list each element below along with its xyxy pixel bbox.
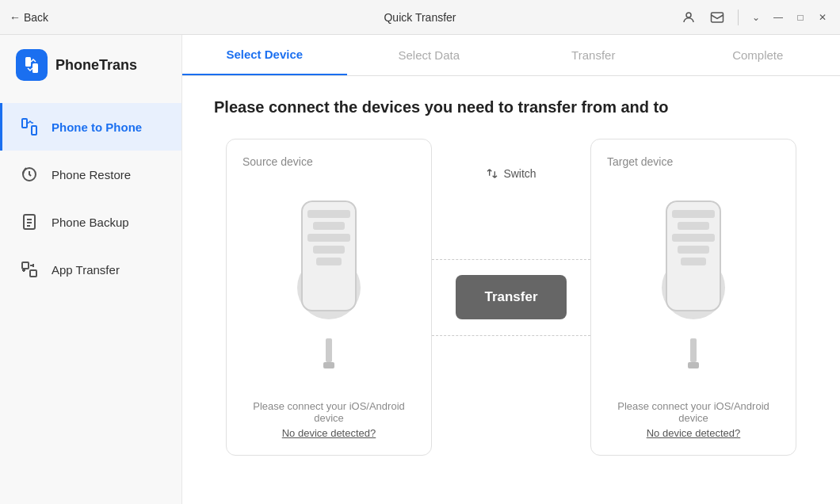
target-screen-line-3 — [672, 234, 715, 242]
target-screen-line-1 — [672, 210, 715, 218]
phone-to-phone-icon — [18, 116, 40, 138]
source-screen-line-1 — [307, 210, 350, 218]
window-title: Quick Transfer — [384, 11, 456, 24]
phone-backup-icon — [18, 211, 40, 233]
middle-section: Switch Transfer — [432, 139, 590, 456]
target-screen-line-5 — [681, 258, 706, 265]
content-body: Please connect the devices you need to t… — [182, 76, 840, 504]
svg-rect-2 — [25, 57, 31, 67]
app-name: PhoneTrans — [55, 57, 137, 74]
page-title: Please connect the devices you need to t… — [214, 98, 808, 116]
steps-bar: Select Device Select Data Transfer Compl… — [182, 35, 840, 76]
svg-point-0 — [686, 13, 691, 17]
content-area: Select Device Select Data Transfer Compl… — [182, 35, 840, 504]
message-icon[interactable] — [706, 6, 728, 29]
main-layout: PhoneTrans Phone to Phone — [0, 35, 840, 504]
source-connect-text: Please connect your iOS/Android device — [242, 400, 415, 424]
dashed-bottom-line — [432, 335, 590, 336]
source-device-card: Source device — [226, 139, 432, 456]
step-select-data-label: Select Data — [398, 48, 460, 62]
target-no-detect-link[interactable]: No device detected? — [647, 427, 741, 439]
source-no-detect-link[interactable]: No device detected? — [282, 427, 376, 439]
target-device-label: Target device — [607, 155, 673, 168]
step-complete-label: Complete — [732, 48, 783, 62]
target-screen-line-4 — [678, 246, 710, 254]
back-label: Back — [24, 11, 48, 24]
sidebar: PhoneTrans Phone to Phone — [0, 35, 182, 504]
back-button[interactable]: ← Back — [10, 11, 48, 24]
svg-rect-3 — [32, 63, 38, 73]
device-transfer-area: Source device — [214, 139, 808, 456]
phone-restore-icon — [18, 163, 40, 185]
transfer-button[interactable]: Transfer — [456, 275, 566, 319]
switch-label: Switch — [503, 167, 536, 180]
logo-section: PhoneTrans — [0, 35, 181, 95]
target-screen-line-2 — [678, 222, 710, 230]
source-device-illustration — [242, 178, 415, 391]
target-usb-head — [688, 362, 699, 368]
minimize-button[interactable]: — — [770, 10, 786, 25]
dropdown-button[interactable]: ⌄ — [748, 10, 764, 25]
title-bar-divider — [738, 10, 739, 25]
target-usb-connector — [690, 338, 697, 362]
sidebar-item-phone-backup[interactable]: Phone Backup — [0, 198, 181, 246]
sidebar-item-phone-restore[interactable]: Phone Restore — [0, 151, 181, 198]
source-usb-head — [323, 362, 334, 368]
source-phone-body — [301, 200, 357, 311]
svg-rect-8 — [22, 262, 29, 269]
sidebar-item-app-transfer[interactable]: App Transfer — [0, 246, 181, 293]
svg-rect-4 — [22, 119, 27, 128]
sidebar-nav: Phone to Phone Phone Restore — [0, 95, 181, 504]
step-select-data: Select Data — [347, 35, 512, 75]
source-usb-connector — [326, 338, 332, 362]
source-screen-line-2 — [313, 222, 346, 230]
source-phone-wrapper — [293, 200, 365, 327]
source-device-label: Source device — [242, 155, 313, 168]
source-screen-line-5 — [316, 258, 342, 265]
dashed-top-line — [432, 259, 590, 260]
sidebar-item-label-phone-to-phone: Phone to Phone — [52, 120, 142, 134]
svg-rect-1 — [712, 13, 724, 22]
close-button[interactable]: ✕ — [815, 10, 830, 25]
maximize-button[interactable]: □ — [792, 10, 808, 25]
title-bar-left: ← Back — [10, 11, 48, 24]
app-logo-icon — [16, 49, 48, 81]
source-screen-line-4 — [313, 246, 346, 254]
app-transfer-icon — [18, 258, 40, 281]
step-transfer: Transfer — [511, 35, 676, 75]
title-bar: ← Back Quick Transfer ⌄ — □ ✕ — [0, 0, 840, 35]
step-select-device: Select Device — [182, 35, 347, 75]
sidebar-item-label-phone-backup: Phone Backup — [52, 216, 129, 229]
step-select-device-label: Select Device — [226, 48, 303, 61]
sidebar-item-label-phone-restore: Phone Restore — [52, 168, 131, 181]
target-phone-body — [666, 200, 721, 311]
sidebar-item-phone-to-phone[interactable]: Phone to Phone — [0, 103, 181, 151]
step-complete: Complete — [676, 35, 841, 75]
target-device-illustration — [607, 178, 780, 391]
back-arrow-icon: ← — [10, 11, 21, 24]
target-device-card: Target device — [590, 139, 796, 456]
svg-rect-5 — [32, 126, 36, 135]
target-phone-wrapper — [658, 200, 729, 327]
account-icon[interactable] — [678, 6, 700, 29]
sidebar-item-label-app-transfer: App Transfer — [52, 263, 120, 277]
step-transfer-label: Transfer — [571, 48, 615, 62]
svg-rect-9 — [30, 270, 36, 277]
source-screen-line-3 — [307, 234, 350, 242]
switch-button[interactable]: Switch — [476, 162, 545, 185]
title-bar-right: ⌄ — □ ✕ — [678, 6, 830, 29]
target-connect-text: Please connect your iOS/Android device — [607, 400, 780, 424]
